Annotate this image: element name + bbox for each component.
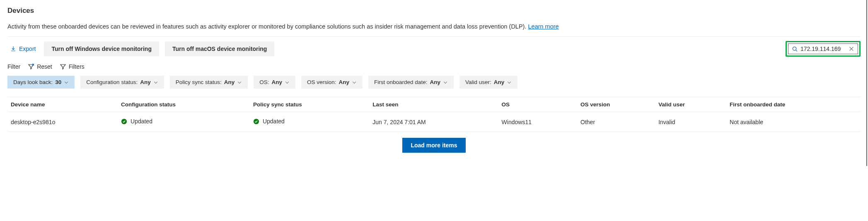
table-body: desktop-e2s981oUpdatedUpdatedJun 7, 2024… [7,112,861,132]
search-box[interactable] [788,43,858,54]
column-header[interactable]: First onboarded date [726,97,861,112]
filter-pill-3[interactable]: OS: Any [254,76,295,89]
export-label: Export [19,46,36,52]
funnel-icon [60,63,66,70]
turn-off-windows-button[interactable]: Turn off Windows device monitoring [44,41,159,56]
status-text: Updated [263,118,285,125]
page-title: Devices [7,7,861,15]
cell-last-seen: Jun 7, 2024 7:01 AM [369,112,498,132]
search-input[interactable] [800,46,846,52]
pill-label: Policy sync status: [176,79,222,85]
chevron-down-icon [507,80,512,85]
status-text: Updated [131,118,152,125]
load-more-button[interactable]: Load more items [402,138,465,153]
check-circle-icon [253,118,259,125]
column-header[interactable]: OS version [577,97,655,112]
chevron-down-icon [285,80,290,85]
open-filters-button[interactable]: Filters [60,63,85,70]
filter-pill-0[interactable]: Days look back: 30 [7,76,75,89]
pane-right-border [866,0,867,166]
filter-pill-2[interactable]: Policy sync status: Any [170,76,248,89]
filter-bar: Filter Reset Filters [7,61,861,76]
chevron-down-icon [64,80,69,85]
column-header[interactable]: OS [498,97,577,112]
pill-value: Any [224,79,235,85]
chevron-down-icon [153,80,158,85]
cell-valid-user: Invalid [655,112,726,132]
reset-filters-button[interactable]: Reset [28,63,52,70]
table-header: Device nameConfiguration statusPolicy sy… [7,97,861,112]
column-header[interactable]: Configuration status [118,97,250,112]
funnel-reset-icon [28,63,34,70]
pill-label: First onboarded date: [374,79,427,85]
filter-pill-5[interactable]: First onboarded date: Any [368,76,454,89]
column-header[interactable]: Last seen [369,97,498,112]
filter-pill-4[interactable]: OS version: Any [301,76,363,89]
devices-table: Device nameConfiguration statusPolicy sy… [7,97,861,132]
pill-label: Days look back: [13,79,53,85]
svg-point-0 [793,47,796,50]
column-header[interactable]: Device name [7,97,118,112]
cell-device-name: desktop-e2s981o [7,112,118,132]
reset-label: Reset [37,63,52,70]
filter-pill-1[interactable]: Configuration status: Any [80,76,164,89]
chevron-down-icon [352,80,357,85]
pill-label: Valid user: [465,79,491,85]
filter-pill-6[interactable]: Valid user: Any [459,76,517,89]
pill-label: Configuration status: [86,79,138,85]
pill-value: Any [430,79,440,85]
pill-label: OS version: [307,79,336,85]
search-highlight-box [786,41,861,57]
load-more-wrap: Load more items [7,138,861,153]
pill-value: Any [140,79,151,85]
pill-label: OS: [259,79,269,85]
pill-value: Any [494,79,505,85]
learn-more-link[interactable]: Learn more [528,23,559,30]
table-row[interactable]: desktop-e2s981oUpdatedUpdatedJun 7, 2024… [7,112,861,132]
export-button[interactable]: Export [7,44,38,54]
page-description: Activity from these onboarded devices ca… [7,22,861,31]
filter-label: Filter [7,63,20,70]
pill-value: 30 [55,79,61,85]
chevron-down-icon [443,80,448,85]
chevron-down-icon [237,80,242,85]
cell-configuration-status: Updated [118,112,250,132]
description-text: Activity from these onboarded devices ca… [7,23,526,30]
cell-os-version: Other [577,112,655,132]
pill-value: Any [339,79,350,85]
filter-pills-row: Days look back: 30Configuration status: … [7,76,861,97]
column-header[interactable]: Policy sync status [250,97,369,112]
cell-first-onboarded-date: Not available [726,112,861,132]
pill-value: Any [272,79,283,85]
cell-os: Windows11 [498,112,577,132]
turn-off-macos-button[interactable]: Turn off macOS device monitoring [165,41,274,56]
command-toolbar: Export Turn off Windows device monitorin… [7,36,861,61]
check-circle-icon [121,118,127,125]
download-icon [10,46,17,52]
cell-policy-sync-status: Updated [250,112,369,132]
filters-label: Filters [69,63,85,70]
search-icon [792,46,798,52]
column-header[interactable]: Valid user [655,97,726,112]
clear-search-icon[interactable] [849,46,854,52]
